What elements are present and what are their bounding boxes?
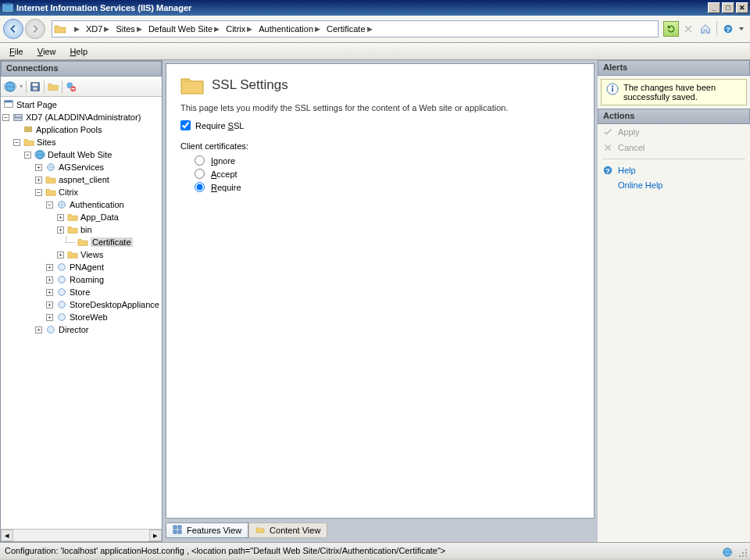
tree-item[interactable]: +App_Data: [1, 211, 162, 223]
collapse-icon[interactable]: −: [24, 152, 31, 159]
expand-icon[interactable]: +: [35, 326, 42, 334]
svg-rect-0: [3, 5, 12, 12]
minimize-button[interactable]: _: [708, 2, 720, 13]
maximize-button[interactable]: □: [722, 2, 734, 13]
breadcrumb-bar[interactable]: ▶ XD7▶ Sites▶ Default Web Site▶ Citrix▶ …: [52, 20, 659, 37]
collapse-icon[interactable]: −: [35, 189, 42, 196]
tree-item[interactable]: +Views: [1, 248, 162, 261]
tree-server[interactable]: −XD7 (ALADDIN\Administrator): [1, 111, 162, 123]
help-icon: ?: [602, 165, 613, 176]
require-ssl-checkbox[interactable]: [180, 120, 191, 130]
collapse-icon[interactable]: −: [46, 202, 53, 209]
radio-ignore[interactable]: [195, 155, 205, 166]
help-icon[interactable]: ?: [720, 21, 736, 37]
close-button[interactable]: ✕: [736, 2, 748, 13]
require-ssl-label[interactable]: Require SSL: [195, 121, 244, 130]
radio-ignore-label[interactable]: Ignore: [211, 156, 235, 166]
menu-view[interactable]: View: [31, 45, 62, 58]
menu-help[interactable]: Help: [63, 45, 94, 58]
breadcrumb-arrow[interactable]: ▶: [70, 21, 83, 37]
center-panel: SSL Settings This page lets you modify t…: [162, 60, 598, 542]
refresh-icon[interactable]: [663, 21, 679, 37]
tree-default-site[interactable]: −Default Web Site: [1, 148, 162, 161]
radio-require[interactable]: [195, 182, 205, 192]
radio-accept-label[interactable]: Accept: [211, 169, 238, 179]
folder-up-icon[interactable]: [48, 81, 59, 92]
content-panel: SSL Settings This page lets you modify t…: [166, 63, 595, 519]
help-dropdown-icon[interactable]: [738, 21, 745, 37]
tree-item[interactable]: +StoreDesktopAppliance: [1, 298, 162, 311]
expand-icon[interactable]: +: [35, 177, 42, 184]
tree-item[interactable]: +PNAgent: [1, 261, 162, 273]
tree-certificate[interactable]: Certificate: [1, 236, 162, 248]
svg-rect-14: [14, 118, 23, 121]
svg-point-23: [59, 314, 66, 321]
forward-button[interactable]: [25, 19, 45, 39]
svg-rect-12: [5, 101, 13, 103]
tree-item[interactable]: +AGServices: [1, 161, 162, 173]
expand-icon[interactable]: +: [35, 164, 42, 171]
apply-icon: [602, 127, 613, 137]
breadcrumb-item[interactable]: XD7▶: [83, 21, 112, 37]
radio-accept[interactable]: [195, 169, 205, 179]
action-online-help[interactable]: Online Help: [598, 178, 750, 192]
tree-scrollbar[interactable]: ◂ ▸: [1, 529, 162, 541]
svg-rect-1: [5, 3, 12, 5]
action-help[interactable]: ? Help: [598, 162, 750, 178]
svg-point-35: [742, 552, 744, 554]
connect-icon[interactable]: [4, 80, 16, 93]
alerts-header: Alerts: [598, 60, 750, 76]
tree-sites[interactable]: −Sites: [1, 136, 162, 148]
tree-item[interactable]: +StoreWeb: [1, 311, 162, 323]
tree-start-page[interactable]: Start Page: [1, 98, 162, 111]
expand-icon[interactable]: +: [46, 264, 53, 271]
expand-icon[interactable]: +: [46, 314, 53, 321]
back-button[interactable]: [3, 19, 23, 39]
scroll-right-icon[interactable]: ▸: [149, 530, 162, 541]
connections-tree[interactable]: Start Page −XD7 (ALADDIN\Administrator) …: [1, 97, 162, 529]
collapse-icon[interactable]: −: [13, 139, 20, 146]
menu-file[interactable]: File: [3, 45, 30, 58]
remove-connection-icon[interactable]: [66, 81, 77, 92]
svg-rect-31: [612, 88, 613, 92]
tree-item[interactable]: +Director: [1, 323, 162, 336]
expand-icon[interactable]: +: [46, 276, 53, 284]
save-icon[interactable]: [30, 81, 41, 92]
cancel-icon: [602, 142, 613, 153]
folder-icon: [54, 23, 66, 35]
breadcrumb-item[interactable]: Citrix▶: [223, 21, 255, 37]
tree-app-pools[interactable]: Application Pools: [1, 123, 162, 136]
svg-rect-27: [173, 530, 177, 533]
svg-rect-25: [173, 526, 177, 529]
collapse-icon[interactable]: −: [2, 114, 9, 121]
scroll-left-icon[interactable]: ◂: [1, 530, 13, 541]
breadcrumb-item[interactable]: Sites▶: [112, 21, 145, 37]
tab-content-view[interactable]: Content View: [248, 523, 327, 538]
home-icon[interactable]: [698, 21, 713, 37]
connections-header: Connections: [1, 61, 162, 77]
tree-item[interactable]: +bin: [1, 223, 162, 236]
breadcrumb-item[interactable]: Certificate▶: [323, 21, 376, 37]
svg-point-37: [739, 555, 741, 557]
menubar: File View Help: [0, 43, 750, 60]
breadcrumb-item[interactable]: Default Web Site▶: [145, 21, 223, 37]
tree-item[interactable]: +Store: [1, 286, 162, 298]
tree-item[interactable]: +Roaming: [1, 273, 162, 286]
bottom-tabs: Features View Content View: [166, 522, 595, 539]
expand-icon[interactable]: +: [46, 301, 53, 309]
expand-icon[interactable]: +: [57, 214, 64, 221]
tree-authentication[interactable]: −Authentication: [1, 198, 162, 211]
svg-rect-10: [71, 87, 74, 88]
svg-text:?: ?: [726, 25, 730, 34]
stop-icon[interactable]: [680, 21, 696, 37]
radio-require-label[interactable]: Require: [211, 183, 241, 192]
expand-icon[interactable]: +: [57, 226, 64, 234]
resize-grip-icon[interactable]: [738, 548, 748, 558]
tree-item[interactable]: +aspnet_client: [1, 173, 162, 186]
expand-icon[interactable]: +: [57, 251, 64, 259]
svg-point-21: [59, 289, 66, 296]
tab-features-view[interactable]: Features View: [166, 523, 248, 538]
expand-icon[interactable]: +: [46, 289, 53, 296]
breadcrumb-item[interactable]: Authentication▶: [255, 21, 323, 37]
tree-citrix[interactable]: −Citrix: [1, 186, 162, 198]
